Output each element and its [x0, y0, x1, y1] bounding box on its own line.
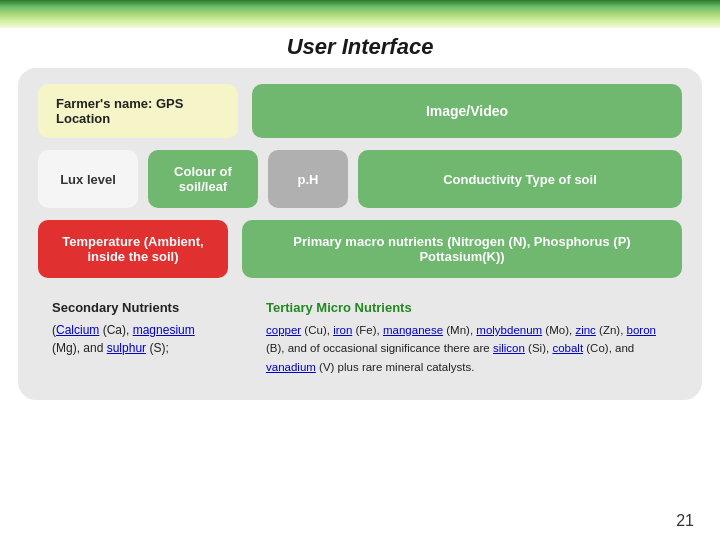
farmers-name-box: Farmer's name: GPS Location — [38, 84, 238, 138]
row-3: Temperature (Ambient, inside the soil) P… — [38, 220, 682, 278]
page-title: User Interface — [0, 28, 720, 68]
secondary-nutrients-content: (Calcium (Ca), magnesium (Mg), and sulph… — [52, 321, 224, 357]
conductivity-box: Conductivity Type of soil — [358, 150, 682, 208]
page-number: 21 — [676, 512, 694, 530]
secondary-nutrients-box: Secondary Nutrients (Calcium (Ca), magne… — [38, 290, 238, 367]
primary-macro-label: Primary macro nutrients (Nitrogen (N), P… — [258, 234, 666, 264]
boron-link[interactable]: boron — [627, 324, 656, 336]
conductivity-label: Conductivity Type of soil — [443, 172, 597, 187]
vanadium-link[interactable]: vanadium — [266, 361, 316, 373]
temperature-label: Temperature (Ambient, inside the soil) — [54, 234, 212, 264]
colour-soil-label: Colour of soil/leaf — [160, 164, 246, 194]
zinc-link[interactable]: zinc — [575, 324, 595, 336]
header-gradient-bar — [0, 0, 720, 28]
main-card: Farmer's name: GPS Location Image/Video … — [18, 68, 702, 400]
secondary-nutrients-title: Secondary Nutrients — [52, 300, 224, 315]
primary-macro-box: Primary macro nutrients (Nitrogen (N), P… — [242, 220, 682, 278]
ph-box: p.H — [268, 150, 348, 208]
lux-level-box: Lux level — [38, 150, 138, 208]
silicon-link[interactable]: silicon — [493, 342, 525, 354]
sulphur-link[interactable]: sulphur — [107, 341, 146, 355]
molybdenum-link[interactable]: molybdenum — [476, 324, 542, 336]
tertiary-title: Tertiary Micro Nutrients — [266, 300, 668, 315]
calcium-link[interactable]: Calcium — [56, 323, 99, 337]
ph-label: p.H — [298, 172, 319, 187]
image-video-box: Image/Video — [252, 84, 682, 138]
manganese-link[interactable]: manganese — [383, 324, 443, 336]
magnesium-link[interactable]: magnesium — [133, 323, 195, 337]
copper-link[interactable]: copper — [266, 324, 301, 336]
image-video-label: Image/Video — [426, 103, 508, 119]
temperature-box: Temperature (Ambient, inside the soil) — [38, 220, 228, 278]
row-1: Farmer's name: GPS Location Image/Video — [38, 84, 682, 138]
farmers-name-label: Farmer's name: GPS Location — [56, 96, 220, 126]
colour-soil-box: Colour of soil/leaf — [148, 150, 258, 208]
tertiary-box: Tertiary Micro Nutrients copper (Cu), ir… — [252, 290, 682, 386]
row-2: Lux level Colour of soil/leaf p.H Conduc… — [38, 150, 682, 208]
row-4: Secondary Nutrients (Calcium (Ca), magne… — [38, 290, 682, 386]
cobalt-link[interactable]: cobalt — [552, 342, 583, 354]
lux-level-label: Lux level — [60, 172, 116, 187]
iron-link[interactable]: iron — [333, 324, 352, 336]
tertiary-content: copper (Cu), iron (Fe), manganese (Mn), … — [266, 321, 668, 376]
